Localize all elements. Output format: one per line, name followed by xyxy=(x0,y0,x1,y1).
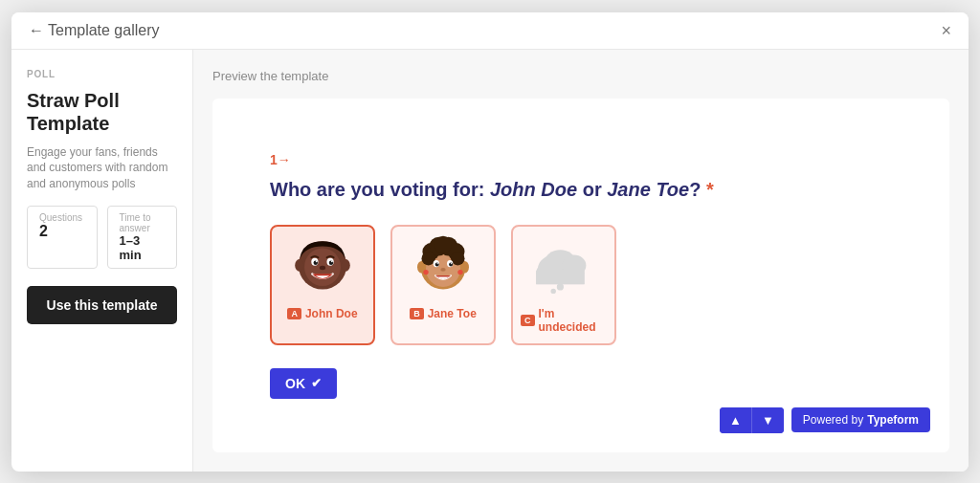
back-arrow[interactable]: ← Template gallery xyxy=(29,22,160,39)
preview-area: Preview the template 1→ Who are you voti… xyxy=(193,50,969,472)
choice-a-label-row: A John Doe xyxy=(287,307,357,320)
svg-point-30 xyxy=(440,268,445,272)
question-suffix: ? xyxy=(689,179,701,200)
questions-label: Questions xyxy=(39,212,85,223)
question-number: 1→ xyxy=(270,152,291,167)
choice-b-letter: B xyxy=(410,308,424,319)
close-button[interactable]: × xyxy=(941,22,951,39)
svg-point-8 xyxy=(316,260,318,262)
svg-point-9 xyxy=(331,260,333,262)
svg-point-10 xyxy=(320,265,325,270)
choice-c-label-row: C I'm undecided xyxy=(521,307,607,334)
svg-rect-37 xyxy=(536,272,584,284)
nav-down-button[interactable]: ▼ xyxy=(752,407,784,433)
question-italic2: Jane Toe xyxy=(607,179,689,200)
choices: A John Doe xyxy=(270,225,616,345)
svg-point-2 xyxy=(342,259,350,272)
svg-point-19 xyxy=(434,235,452,252)
question-italic1: John Doe xyxy=(490,179,577,200)
preview-card: 1→ Who are you voting for: John Doe or J… xyxy=(212,99,949,452)
sidebar-stats: Questions 2 Time to answer 1–3 min xyxy=(27,206,177,269)
choice-a-name: John Doe xyxy=(305,307,358,320)
question-middle: or xyxy=(577,179,607,200)
time-label: Time to answer xyxy=(120,212,166,233)
questions-stat: Questions 2 xyxy=(27,206,98,269)
question-label: 1→ xyxy=(270,152,291,167)
choice-a[interactable]: A John Doe xyxy=(270,225,375,345)
nav-up-button[interactable]: ▲ xyxy=(720,407,752,433)
back-label[interactable]: Template gallery xyxy=(48,22,160,39)
time-value: 1–3 min xyxy=(120,233,166,262)
choice-b[interactable]: B Jane Toe xyxy=(390,225,496,345)
preview-title: Preview the template xyxy=(212,69,949,83)
time-stat: Time to answer 1–3 min xyxy=(107,206,178,269)
ok-check-icon: ✔ xyxy=(311,376,322,390)
choice-c-image xyxy=(529,234,598,303)
svg-point-29 xyxy=(457,269,462,274)
svg-point-27 xyxy=(451,262,452,263)
svg-point-26 xyxy=(436,262,437,263)
template-title: Straw Poll Template xyxy=(27,89,177,135)
choice-c-letter: C xyxy=(521,315,535,326)
modal-body: POLL Straw Poll Template Engage your fan… xyxy=(11,50,969,472)
ok-button[interactable]: OK ✔ xyxy=(270,368,337,399)
nav-arrows: ▲ ▼ xyxy=(720,407,784,433)
svg-point-1 xyxy=(295,259,303,272)
svg-point-38 xyxy=(557,283,564,290)
choice-a-letter: A xyxy=(287,308,301,319)
powered-by: Powered by Typeform xyxy=(791,407,930,432)
choice-b-image xyxy=(409,234,478,303)
choice-b-name: Jane Toe xyxy=(428,307,477,320)
preview-bottom-bar: ▲ ▼ Powered by Typeform xyxy=(720,407,930,433)
choice-c[interactable]: C I'm undecided xyxy=(511,225,616,345)
template-description: Engage your fans, friends and customers … xyxy=(27,144,177,192)
choice-a-image xyxy=(288,234,357,303)
powered-text: Powered by xyxy=(803,413,863,427)
question-text: Who are you voting for: John Doe or Jane… xyxy=(270,177,714,202)
required-star: * xyxy=(706,179,714,200)
use-template-button[interactable]: Use this template xyxy=(27,286,177,324)
modal-header-left: ← Template gallery xyxy=(29,22,160,39)
svg-point-39 xyxy=(551,288,556,293)
powered-brand: Typeform xyxy=(867,413,919,427)
back-arrow-icon: ← xyxy=(29,22,44,39)
svg-point-28 xyxy=(423,269,428,274)
choice-c-name: I'm undecided xyxy=(539,307,608,334)
questions-value: 2 xyxy=(39,223,85,240)
sidebar: POLL Straw Poll Template Engage your fan… xyxy=(11,50,193,472)
question-prefix: Who are you voting for: xyxy=(270,179,490,200)
choice-b-label-row: B Jane Toe xyxy=(410,307,477,320)
ok-label: OK xyxy=(285,376,305,391)
modal: ← Template gallery × POLL Straw Poll Tem… xyxy=(11,12,969,472)
poll-label: POLL xyxy=(27,69,177,79)
modal-header: ← Template gallery × xyxy=(11,12,969,50)
